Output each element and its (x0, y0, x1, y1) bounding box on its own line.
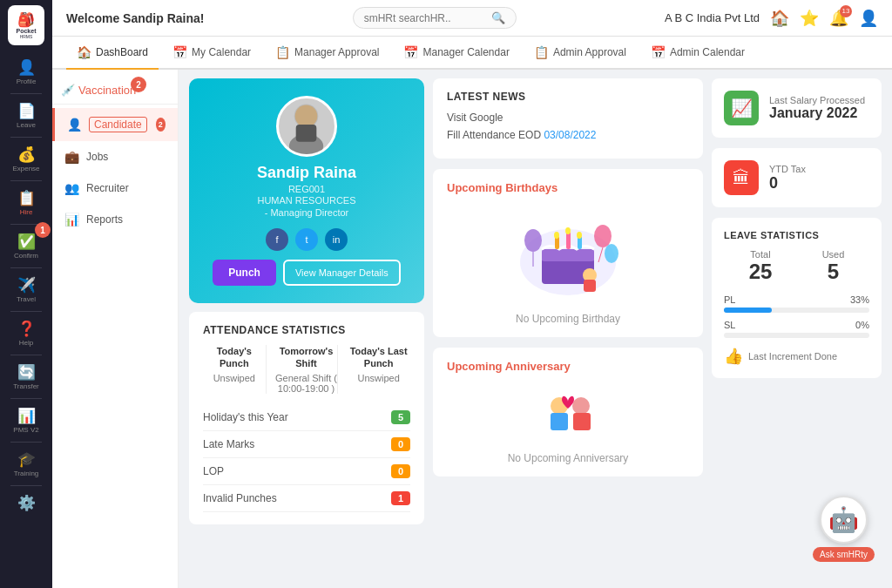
reports-icon: 📊 (64, 213, 79, 226)
confirm-icon: ✅ (17, 233, 36, 251)
user-icon[interactable]: 👤 (859, 9, 878, 28)
welcome-text: Welcome Sandip Raina! (66, 11, 204, 25)
training-label: Training (14, 470, 39, 477)
tomorrow-shift-value: General Shift ( 10:00-19:00 ) (275, 373, 338, 394)
latemarks-label: Late Marks (203, 438, 254, 450)
attendance-col-last: Today's Last Punch Unswiped (347, 345, 410, 395)
invalid-label: Invalid Punches (203, 492, 277, 504)
my-calendar-icon: 📅 (172, 45, 187, 59)
leave-stats-title: LEAVE STATISTICS (724, 230, 869, 240)
candidate-icon: 👤 (67, 118, 82, 132)
leave-total: Total 25 (749, 249, 773, 284)
sidebar-item-pms[interactable]: 📊 PMS V2 (0, 401, 52, 440)
left-navigation: 🎒 Pocket HRMS 👤 Profile 📄 Leave 💰 Expens… (0, 0, 52, 588)
separator (10, 398, 42, 399)
user-name: Sandip Raina! (123, 11, 204, 25)
twitter-icon[interactable]: t (295, 228, 318, 251)
jobs-label: Jobs (86, 151, 108, 163)
reports-label: Reports (86, 213, 123, 226)
view-manager-button[interactable]: View Manager Details (283, 260, 401, 286)
recruiter-icon: 👥 (64, 181, 79, 195)
salary-label: Last Salary Processed (769, 95, 865, 105)
ytd-label: YTD Tax (769, 164, 806, 174)
tab-manager-calendar[interactable]: 📅 Manager Calendar (393, 37, 519, 70)
sl-bar-row: SL 0% (724, 320, 869, 338)
sidebar-item-settings[interactable]: ⚙️ (0, 488, 52, 518)
pms-label: PMS V2 (13, 426, 38, 434)
sidebar-item-hire[interactable]: 📋 Hire (0, 183, 52, 222)
settings-icon: ⚙️ (17, 494, 36, 512)
punch-button[interactable]: Punch (213, 260, 276, 286)
sl-bar-bg (724, 333, 869, 338)
anniversary-title: Upcoming Anniversary (447, 360, 689, 373)
sidebar-item-recruiter[interactable]: 👥 Recruiter (52, 172, 178, 204)
holiday-row-3: LOP 0 (203, 458, 410, 485)
notification-icon[interactable]: 🔔 13 (829, 9, 848, 28)
chatbot-widget[interactable]: 🤖 Ask smHRty (813, 496, 875, 562)
ytd-info: YTD Tax 0 (769, 164, 806, 193)
sidebar-item-jobs[interactable]: 💼 Jobs (52, 141, 178, 172)
svg-point-12 (577, 232, 582, 239)
jobs-icon: 💼 (64, 150, 79, 164)
tab-dashboard-label: DashBoard (96, 46, 148, 58)
sidebar-item-profile[interactable]: 👤 Profile (0, 52, 52, 91)
sidebar-item-help[interactable]: ❓ Help (0, 314, 52, 353)
manager-approval-icon: 📋 (275, 45, 290, 59)
linkedin-icon[interactable]: in (325, 228, 348, 251)
logo-text: Pocket (17, 28, 37, 34)
sidebar-item-transfer[interactable]: 🔄 Transfer (0, 357, 52, 396)
home-icon[interactable]: 🏠 (770, 9, 789, 28)
svg-rect-6 (542, 249, 594, 261)
tab-my-calendar[interactable]: 📅 My Calendar (162, 37, 261, 70)
sidebar-item-travel[interactable]: ✈️ Travel (0, 270, 52, 309)
transfer-label: Transfer (13, 382, 39, 390)
vaccination-nav[interactable]: 💉 Vaccination (61, 84, 169, 97)
leave-icon: 📄 (17, 102, 36, 120)
total-value: 25 (749, 260, 773, 284)
sidebar-item-candidate[interactable]: 👤 Candidate 2 (52, 108, 178, 141)
training-icon: 🎓 (17, 450, 36, 469)
separator (10, 442, 42, 443)
total-label: Total (749, 249, 773, 260)
search-bar[interactable]: 🔍 (353, 7, 517, 29)
sidebar-item-leave[interactable]: 📄 Leave (0, 96, 52, 135)
separator (10, 93, 42, 94)
tab-admin-approval[interactable]: 📋 Admin Approval (524, 37, 637, 70)
vaccination-label: Vaccination (78, 84, 136, 97)
tab-manager-calendar-label: Manager Calendar (422, 46, 509, 58)
attendance-title: ATTENDANCE STATISTICS (203, 324, 410, 336)
tab-dashboard[interactable]: 🏠 DashBoard (66, 37, 159, 70)
avatar (276, 96, 337, 157)
holiday-row-1: Holiday's this Year 5 (203, 404, 410, 431)
profile-actions: Punch View Manager Details (213, 260, 400, 286)
chatbot-bubble[interactable]: 🤖 (820, 496, 868, 544)
used-label: Used (822, 249, 845, 260)
tab-admin-calendar[interactable]: 📅 Admin Calendar (640, 37, 755, 70)
ytd-stat-card: 🏛 YTD Tax 0 (712, 148, 882, 207)
invalid-value: 1 (391, 491, 410, 505)
profile-name: Sandip Raina (257, 164, 356, 182)
sidebar-item-reports[interactable]: 📊 Reports (52, 204, 178, 235)
news-item-1: Visit Google (447, 112, 689, 124)
dashboard-icon: 🏠 (77, 45, 91, 59)
separator (10, 180, 42, 181)
travel-icon: ✈️ (17, 276, 36, 294)
today-punch-label: Today's Punch (203, 345, 266, 370)
svg-rect-8 (566, 232, 571, 249)
middle-column: LATEST NEWS Visit Google Fill Attendance… (433, 78, 703, 579)
confirm-label: Confirm (14, 252, 38, 260)
candidate-label: Candidate (89, 117, 147, 132)
attendance-col-tomorrow: Tomorrow's Shift General Shift ( 10:00-1… (275, 345, 339, 395)
search-input[interactable] (364, 12, 486, 24)
transfer-icon: 🔄 (17, 363, 36, 382)
svg-point-21 (572, 397, 590, 415)
sidebar-item-training[interactable]: 🎓 Training (0, 444, 52, 483)
star-icon[interactable]: ⭐ (800, 9, 819, 28)
svg-point-14 (594, 225, 612, 247)
attendance-card: ATTENDANCE STATISTICS Today's Punch Unsw… (189, 312, 424, 525)
tab-manager-approval[interactable]: 📋 Manager Approval (265, 37, 389, 70)
facebook-icon[interactable]: f (266, 228, 288, 251)
news-link-date[interactable]: 03/08/2022 (544, 129, 596, 141)
birthdays-msg: No Upcoming Birthday (447, 313, 689, 325)
sidebar-item-expense[interactable]: 💰 Expense (0, 139, 52, 179)
